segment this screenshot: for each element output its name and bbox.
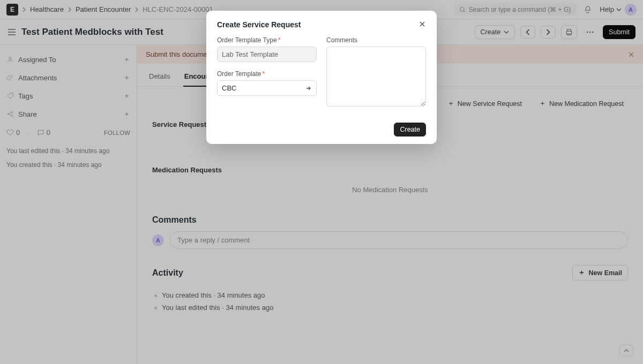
field-comments: Comments — [326, 36, 426, 107]
modal-comments-textarea[interactable] — [326, 47, 426, 107]
order-template-select[interactable]: CBC — [217, 80, 317, 96]
order-template-label: Order Template* — [217, 70, 317, 78]
order-template-type-label: Order Template Type* — [217, 36, 317, 44]
modal-overlay[interactable]: Create Service Request Order Template Ty… — [0, 0, 643, 364]
order-template-value: CBC — [222, 84, 236, 92]
modal-create-button[interactable]: Create — [394, 123, 426, 136]
create-service-request-modal: Create Service Request Order Template Ty… — [206, 11, 437, 144]
modal-close-button[interactable] — [418, 20, 426, 29]
order-template-type-value[interactable]: Lab Test Template — [217, 47, 317, 62]
field-order-template-type: Order Template Type* Lab Test Template O… — [217, 36, 317, 107]
modal-title: Create Service Request — [217, 20, 301, 29]
modal-comments-label: Comments — [326, 36, 426, 44]
arrow-right-icon — [305, 85, 312, 92]
